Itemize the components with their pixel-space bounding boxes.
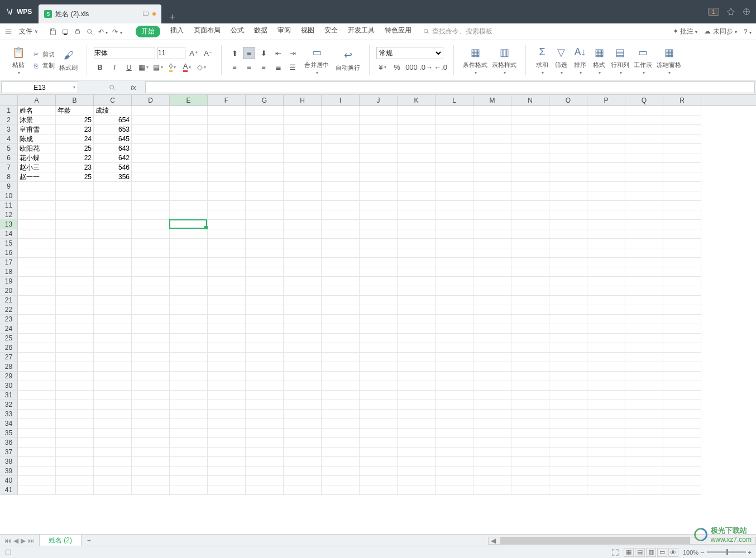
align-left-button[interactable]: ≡ (228, 61, 241, 73)
cell[interactable] (56, 315, 94, 324)
zoom-level[interactable]: 100% (683, 549, 698, 556)
cell[interactable] (398, 277, 436, 286)
cell[interactable] (398, 286, 436, 296)
row-header-17[interactable]: 17 (0, 258, 18, 267)
cell[interactable] (625, 324, 663, 334)
cell[interactable] (625, 182, 663, 191)
cell[interactable] (511, 315, 549, 324)
cell[interactable] (284, 144, 322, 153)
cell[interactable] (663, 267, 701, 277)
cell[interactable] (170, 362, 208, 372)
pin-icon[interactable] (727, 8, 735, 16)
file-menu[interactable]: 文件 ∨ (16, 26, 41, 37)
cell[interactable] (511, 125, 549, 134)
cell[interactable] (56, 305, 94, 315)
row-header-8[interactable]: 8 (0, 172, 18, 182)
cell[interactable] (587, 220, 625, 229)
cell[interactable] (284, 381, 322, 391)
cell[interactable] (360, 362, 398, 372)
cell[interactable] (663, 229, 701, 239)
cell[interactable] (511, 419, 549, 429)
cell[interactable] (511, 476, 549, 485)
cell[interactable] (208, 106, 246, 116)
cell[interactable] (436, 239, 473, 248)
cell[interactable] (322, 410, 360, 419)
cell[interactable] (56, 267, 94, 277)
cell[interactable] (473, 267, 511, 277)
cell[interactable] (18, 438, 56, 448)
cell[interactable] (170, 239, 208, 248)
cell[interactable] (208, 353, 246, 362)
cell[interactable] (398, 457, 436, 466)
cell[interactable] (511, 163, 549, 172)
cell[interactable] (473, 296, 511, 305)
undo-button[interactable]: ↶ ▾ (98, 28, 108, 36)
cell[interactable] (587, 410, 625, 419)
cell[interactable] (625, 400, 663, 410)
cell[interactable] (625, 466, 663, 476)
cell[interactable] (625, 220, 663, 229)
cell[interactable] (170, 448, 208, 457)
cell[interactable]: 356 (94, 172, 132, 182)
row-header-28[interactable]: 28 (0, 362, 18, 372)
cell[interactable] (322, 153, 360, 163)
cell[interactable] (208, 116, 246, 125)
cell[interactable] (663, 182, 701, 191)
cell[interactable] (511, 191, 549, 201)
cell[interactable] (549, 448, 587, 457)
cell[interactable] (549, 239, 587, 248)
cell[interactable] (132, 419, 170, 429)
cell[interactable] (625, 191, 663, 201)
menu-tab-9[interactable]: 特色应用 (385, 26, 412, 37)
sync-button[interactable]: ☁ 未同步 ▾ (704, 27, 737, 36)
align-right-button[interactable]: ≡ (257, 61, 270, 73)
font-size-select[interactable] (157, 47, 185, 59)
cell[interactable] (208, 438, 246, 448)
cell[interactable] (549, 315, 587, 324)
cell[interactable] (511, 391, 549, 400)
cell[interactable] (360, 277, 398, 286)
cell[interactable] (208, 466, 246, 476)
cell[interactable] (246, 163, 284, 172)
cell[interactable] (436, 466, 473, 476)
cell[interactable] (625, 315, 663, 324)
cell[interactable] (170, 296, 208, 305)
cell[interactable] (208, 410, 246, 419)
cell[interactable] (132, 267, 170, 277)
cell[interactable] (56, 438, 94, 448)
cell[interactable] (436, 429, 473, 438)
cell[interactable] (663, 315, 701, 324)
cell[interactable] (625, 296, 663, 305)
cell[interactable] (18, 324, 56, 334)
cell[interactable] (284, 391, 322, 400)
cell[interactable] (663, 448, 701, 457)
cell[interactable] (94, 258, 132, 267)
cell[interactable] (246, 381, 284, 391)
cell[interactable] (284, 286, 322, 296)
cell[interactable] (549, 305, 587, 315)
cell[interactable] (511, 334, 549, 343)
cell[interactable] (360, 372, 398, 381)
cell[interactable] (511, 210, 549, 220)
cell[interactable] (170, 400, 208, 410)
cell[interactable] (436, 305, 473, 315)
cell[interactable] (549, 476, 587, 485)
cell[interactable] (284, 296, 322, 305)
cell[interactable] (94, 419, 132, 429)
cell[interactable] (322, 476, 360, 485)
cell[interactable] (473, 448, 511, 457)
cell[interactable] (246, 144, 284, 153)
cell[interactable] (322, 277, 360, 286)
cell[interactable] (284, 239, 322, 248)
cell[interactable] (398, 258, 436, 267)
cell[interactable] (473, 172, 511, 182)
horizontal-scrollbar[interactable]: ◀ (488, 537, 756, 545)
cell[interactable] (360, 476, 398, 485)
cell[interactable] (246, 267, 284, 277)
cell[interactable] (360, 201, 398, 210)
cell[interactable] (436, 315, 473, 324)
col-header-O[interactable]: O (549, 95, 587, 105)
cell[interactable] (473, 457, 511, 466)
cell[interactable] (663, 457, 701, 466)
cell[interactable] (322, 144, 360, 153)
